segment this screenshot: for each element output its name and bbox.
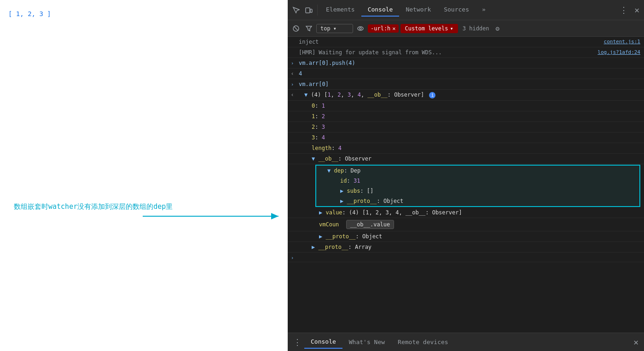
expand-arrow[interactable]: ▶	[340, 188, 343, 194]
val: Observer	[345, 155, 371, 162]
line-prefix	[288, 243, 297, 244]
console-line: ▶ subs: []	[316, 186, 639, 196]
ob-key: __ob__	[367, 92, 387, 98]
context-select[interactable]: top ▾	[316, 24, 353, 33]
line-source	[637, 80, 644, 82]
expand-arrow[interactable]: ▼	[327, 167, 331, 174]
val: Object	[383, 198, 403, 204]
svg-point-6	[358, 27, 363, 30]
hmr-text: [HMR] Waiting for update signal from WDS…	[299, 49, 442, 56]
inspect-element-icon[interactable]	[290, 4, 302, 17]
line-prefix	[316, 187, 325, 188]
filter-icon[interactable]	[303, 23, 314, 34]
filter-tag-label: -url:h	[371, 25, 390, 32]
expand-arrow[interactable]: ▼	[304, 92, 307, 98]
line-source[interactable]: content.js:1	[600, 38, 644, 46]
info-badge[interactable]: i	[429, 92, 435, 98]
key: value	[325, 209, 342, 216]
toolbar-separator	[317, 5, 318, 16]
console-output[interactable]: inject content.js:1 [HMR] Waiting for up…	[288, 37, 644, 333]
console-line: 2: 3	[288, 122, 644, 132]
left-panel: [ 1, 2, 3 ] 数组嵌套时watcher没有添加到深层的数组的dep里	[0, 0, 288, 351]
key: length	[312, 145, 331, 151]
array-label: (4) [	[311, 92, 327, 98]
console-line: [HMR] Waiting for update signal from WDS…	[288, 47, 644, 58]
line-content: ▼ (4) [1, 2, 3, 4, __ob__: Observer] i	[297, 91, 637, 99]
val4: 4	[358, 92, 361, 98]
console-line: ‹ ▼ (4) [1, 2, 3, 4, __ob__: Observer] i	[288, 90, 644, 101]
expand-arrow[interactable]: ▼	[312, 155, 315, 162]
val: 4	[322, 134, 325, 141]
output-arrow: ‹	[290, 92, 294, 98]
val: Object	[362, 233, 382, 240]
line-prefix: ›	[288, 253, 297, 261]
bottom-menu-icon[interactable]: ⋮	[290, 335, 304, 349]
console-line: ▶ value: (4) [1, 2, 3, 4, __ob__: Observ…	[288, 207, 644, 218]
bottom-tab-remote-devices[interactable]: Remote devices	[391, 336, 455, 348]
svg-point-7	[360, 28, 361, 29]
line-prefix	[288, 133, 297, 134]
line-source[interactable]: log.js?1afd:24	[594, 48, 644, 56]
line-prefix	[288, 38, 297, 39]
more-options-button[interactable]: ⋮	[617, 3, 631, 17]
annotation-arrow	[143, 209, 285, 223]
line-prefix	[288, 155, 297, 155]
tab-network[interactable]: Network	[399, 3, 437, 17]
console-line: 0: 1	[288, 101, 644, 111]
custom-levels-button[interactable]: Custom levels ▾	[400, 24, 458, 33]
settings-icon[interactable]: ⚙	[494, 23, 501, 34]
custom-levels-label: Custom levels	[405, 25, 448, 32]
line-content: ▼ __ob__: Observer	[297, 155, 644, 163]
tab-more[interactable]: »	[476, 3, 492, 17]
line-content: length: 4	[297, 144, 644, 152]
bottom-close-button[interactable]: ✕	[631, 335, 641, 349]
bottom-tab-console[interactable]: Console	[304, 335, 342, 349]
line-prefix	[288, 208, 297, 209]
val: 3	[322, 124, 325, 130]
line-content: vmCoun __ob__.value	[297, 219, 644, 230]
line-prefix: ›	[288, 80, 297, 87]
filter-tag[interactable]: -url:h ✕	[368, 24, 399, 33]
tab-elements[interactable]: Elements	[319, 3, 361, 17]
line-prefix	[288, 232, 297, 233]
line-content: inject	[297, 38, 600, 46]
key: vmCoun	[319, 221, 339, 228]
tab-console[interactable]: Console	[361, 3, 400, 17]
line-prefix	[288, 123, 297, 124]
context-dropdown-icon: ▾	[333, 25, 337, 32]
line-prefix: ‹	[288, 91, 297, 98]
line-content: 2: 3	[297, 123, 644, 131]
console-line: › vm.arr[0].push(4)	[288, 58, 644, 69]
val: 1	[322, 103, 325, 109]
console-line: ▶ __proto__: Object	[288, 231, 644, 242]
expand-arrow[interactable]: ▶	[319, 209, 322, 216]
console-line: id: 31	[316, 176, 639, 186]
expand-arrow[interactable]: ▶	[312, 244, 315, 250]
expand-arrow[interactable]: ▶	[319, 233, 322, 240]
line-prefix	[288, 112, 297, 113]
key: subs	[347, 188, 360, 194]
line-prefix	[288, 102, 297, 103]
console-line: 3: 4	[288, 132, 644, 143]
val: 31	[354, 178, 360, 184]
eye-icon[interactable]	[355, 23, 366, 34]
val: (4) [1, 2, 3, 4, __ob__: Observer]	[349, 209, 462, 216]
clear-console-icon[interactable]	[290, 23, 302, 34]
console-line: ▶ __proto__: Array	[288, 242, 644, 253]
close-devtools-button[interactable]: ✕	[632, 3, 642, 17]
device-toolbar-icon[interactable]	[302, 4, 315, 17]
context-label: top	[320, 25, 331, 32]
line-content: ▶ __proto__: Array	[297, 243, 644, 251]
array-output: [ 1, 2, 3 ]	[8, 10, 51, 17]
console-line: › vm.arr[0]	[288, 79, 644, 90]
console-line: vmCoun __ob__.value	[288, 218, 644, 231]
hidden-badge: 3 hidden	[460, 25, 492, 32]
key: dep	[334, 167, 344, 174]
filter-tag-remove[interactable]: ✕	[392, 25, 395, 32]
expand-arrow[interactable]: ▶	[340, 198, 343, 204]
bottom-tab-whats-new[interactable]: What's New	[342, 336, 391, 348]
line-content: ▶ __proto__: Object	[297, 232, 644, 241]
tab-sources[interactable]: Sources	[437, 3, 476, 17]
svg-rect-2	[306, 8, 310, 13]
console-line: length: 4	[288, 143, 644, 154]
